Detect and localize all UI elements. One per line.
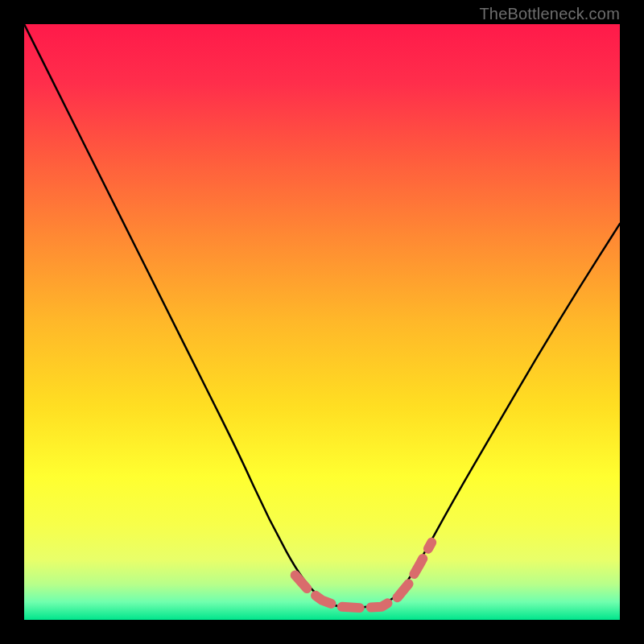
plot-area xyxy=(24,24,620,620)
chart-frame: TheBottleneck.com xyxy=(0,0,644,644)
attribution-text: TheBottleneck.com xyxy=(479,5,620,23)
rope-dashed-segment xyxy=(24,24,620,620)
